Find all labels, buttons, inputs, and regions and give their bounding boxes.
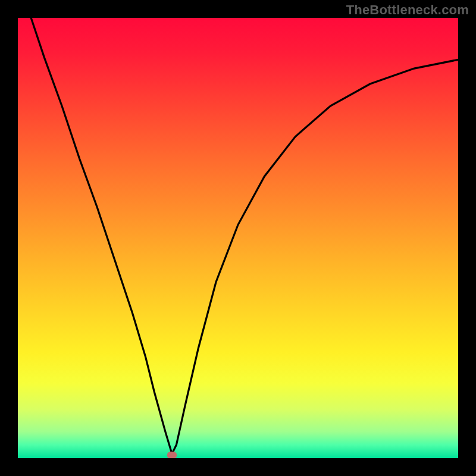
minimum-marker — [167, 452, 177, 458]
chart-frame: TheBottleneck.com — [0, 0, 476, 476]
bottleneck-curve-path — [31, 18, 458, 454]
curve-svg — [18, 18, 458, 458]
watermark-text: TheBottleneck.com — [346, 2, 469, 18]
plot-area — [18, 18, 458, 458]
